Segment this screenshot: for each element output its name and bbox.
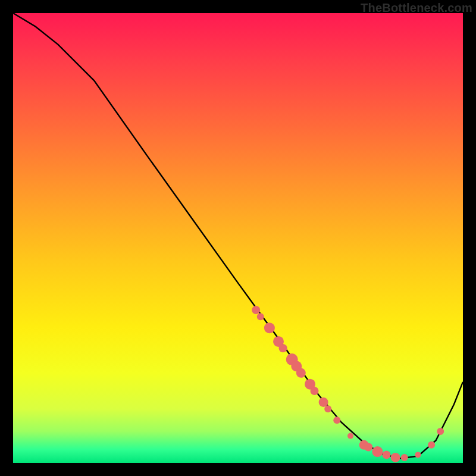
- data-marker: [347, 433, 353, 439]
- data-marker: [401, 454, 408, 461]
- data-marker: [391, 453, 400, 462]
- data-marker: [264, 322, 275, 333]
- data-marker: [428, 441, 435, 449]
- data-marker: [383, 450, 391, 459]
- data-markers: [252, 306, 444, 462]
- data-marker: [437, 428, 444, 435]
- data-marker: [296, 368, 306, 378]
- data-marker: [333, 416, 340, 424]
- data-marker: [252, 306, 260, 314]
- data-marker: [311, 387, 319, 395]
- chart-frame: TheBottleneck.com: [0, 0, 476, 476]
- chart-svg: [13, 13, 463, 463]
- data-marker: [257, 313, 264, 320]
- bottleneck-curve: [13, 13, 463, 458]
- watermark-text: TheBottleneck.com: [361, 1, 472, 15]
- data-marker: [279, 344, 287, 352]
- plot-area: [13, 13, 463, 463]
- data-marker: [324, 405, 331, 412]
- data-marker: [364, 443, 372, 452]
- data-marker: [319, 397, 328, 407]
- data-marker: [415, 452, 421, 458]
- data-marker: [372, 446, 383, 457]
